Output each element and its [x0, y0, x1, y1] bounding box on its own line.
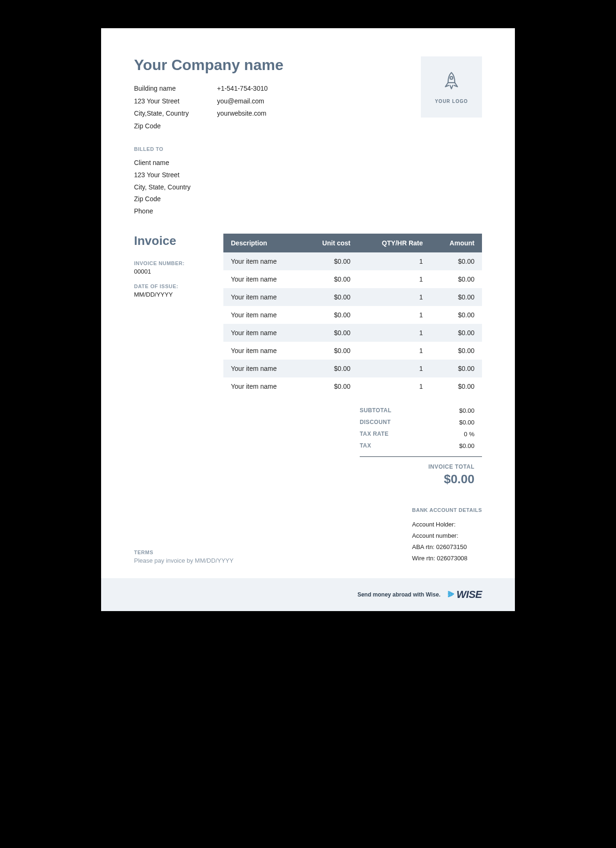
- billed-to-block: BILLED TO Client name 123 Your Street Ci…: [134, 144, 482, 218]
- table-row: Your item name$0.001$0.00: [223, 377, 482, 395]
- invoice-date: MM/DD/YYYY: [134, 291, 214, 298]
- company-name: Your Company name: [134, 56, 421, 74]
- cell-qty: 1: [358, 252, 430, 270]
- cell-amount: $0.00: [430, 306, 482, 324]
- logo-placeholder: YOUR LOGO: [421, 56, 482, 118]
- cell-desc: Your item name: [223, 324, 302, 342]
- billed-to-label: BILLED TO: [134, 144, 482, 154]
- address-street: 123 Your Street: [134, 95, 189, 108]
- wise-arrows-icon: ⫸: [447, 589, 454, 599]
- footer: Send money abroad with Wise. ⫸ WISE: [101, 578, 515, 611]
- cell-amount: $0.00: [430, 342, 482, 360]
- svg-point-0: [450, 76, 453, 79]
- invoice-number: 00001: [134, 268, 214, 275]
- invoice-title: Invoice: [134, 234, 214, 248]
- items-table: Description Unit cost QTY/HR Rate Amount…: [223, 234, 482, 395]
- client-phone: Phone: [134, 205, 482, 218]
- cell-unit: $0.00: [302, 360, 358, 377]
- table-row: Your item name$0.001$0.00: [223, 270, 482, 288]
- cell-qty: 1: [358, 306, 430, 324]
- address-city: City,State, Country: [134, 107, 189, 120]
- client-city: City, State, Country: [134, 181, 482, 194]
- company-address: Building name 123 Your Street City,State…: [134, 82, 189, 132]
- bank-label: BANK ACCOUNT DETAILS: [412, 505, 482, 515]
- footer-text: Send money abroad with Wise.: [357, 591, 441, 598]
- cell-qty: 1: [358, 270, 430, 288]
- client-name: Client name: [134, 157, 482, 169]
- header: Your Company name Building name 123 Your…: [134, 56, 482, 132]
- cell-desc: Your item name: [223, 270, 302, 288]
- address-building: Building name: [134, 82, 189, 95]
- cell-unit: $0.00: [302, 306, 358, 324]
- cell-amount: $0.00: [430, 270, 482, 288]
- contact-website: yourwebsite.com: [217, 107, 268, 120]
- cell-desc: Your item name: [223, 360, 302, 377]
- terms-block: TERMS Please pay invoice by MM/DD/YYYY: [134, 550, 234, 564]
- bank-details: BANK ACCOUNT DETAILS Account Holder: Acc…: [412, 505, 482, 564]
- company-contact: +1-541-754-3010 you@email.com yourwebsit…: [217, 82, 268, 132]
- subtotal-value: $0.00: [459, 407, 474, 414]
- contact-phone: +1-541-754-3010: [217, 82, 268, 95]
- cell-desc: Your item name: [223, 306, 302, 324]
- col-unit-cost: Unit cost: [302, 234, 358, 252]
- table-row: Your item name$0.001$0.00: [223, 288, 482, 306]
- bank-number: Account number:: [412, 530, 482, 542]
- cell-qty: 1: [358, 377, 430, 395]
- taxrate-label: TAX RATE: [360, 431, 388, 438]
- cell-unit: $0.00: [302, 342, 358, 360]
- invoice-total-value: $0.00: [444, 472, 474, 486]
- bank-holder: Account Holder:: [412, 519, 482, 530]
- discount-label: DISCOUNT: [360, 419, 391, 426]
- tax-value: $0.00: [459, 442, 474, 449]
- col-amount: Amount: [430, 234, 482, 252]
- discount-value: $0.00: [459, 419, 474, 426]
- contact-email: you@email.com: [217, 95, 268, 108]
- taxrate-value: 0 %: [464, 431, 474, 438]
- wise-logo: ⫸ WISE: [447, 589, 482, 601]
- table-row: Your item name$0.001$0.00: [223, 306, 482, 324]
- client-zip: Zip Code: [134, 193, 482, 205]
- tax-label: TAX: [360, 442, 371, 449]
- table-row: Your item name$0.001$0.00: [223, 324, 482, 342]
- bank-wire: Wire rtn: 026073008: [412, 553, 482, 564]
- subtotal-label: SUBTOTAL: [360, 407, 391, 414]
- client-street: 123 Your Street: [134, 169, 482, 181]
- cell-unit: $0.00: [302, 324, 358, 342]
- address-zip: Zip Code: [134, 120, 189, 133]
- invoice-page: Your Company name Building name 123 Your…: [101, 28, 515, 611]
- terms-text: Please pay invoice by MM/DD/YYYY: [134, 557, 234, 564]
- col-description: Description: [223, 234, 302, 252]
- cell-qty: 1: [358, 324, 430, 342]
- cell-unit: $0.00: [302, 270, 358, 288]
- wise-brand-text: WISE: [457, 589, 482, 601]
- cell-desc: Your item name: [223, 342, 302, 360]
- invoice-total-label: INVOICE TOTAL: [360, 463, 474, 470]
- cell-qty: 1: [358, 342, 430, 360]
- cell-unit: $0.00: [302, 252, 358, 270]
- col-qty: QTY/HR Rate: [358, 234, 430, 252]
- cell-amount: $0.00: [430, 252, 482, 270]
- cell-desc: Your item name: [223, 377, 302, 395]
- cell-unit: $0.00: [302, 288, 358, 306]
- table-row: Your item name$0.001$0.00: [223, 342, 482, 360]
- cell-amount: $0.00: [430, 288, 482, 306]
- invoice-meta: Invoice INVOICE NUMBER: 00001 DATE OF IS…: [134, 234, 214, 306]
- invoice-number-label: INVOICE NUMBER:: [134, 260, 214, 266]
- bank-aba: ABA rtn: 026073150: [412, 542, 482, 553]
- cell-unit: $0.00: [302, 377, 358, 395]
- cell-amount: $0.00: [430, 324, 482, 342]
- cell-amount: $0.00: [430, 377, 482, 395]
- table-row: Your item name$0.001$0.00: [223, 252, 482, 270]
- rocket-icon: [441, 71, 462, 94]
- terms-label: TERMS: [134, 550, 234, 555]
- totals-block: SUBTOTAL $0.00 DISCOUNT $0.00 TAX RATE 0…: [223, 405, 482, 487]
- invoice-date-label: DATE OF ISSUE:: [134, 283, 214, 289]
- table-row: Your item name$0.001$0.00: [223, 360, 482, 377]
- cell-desc: Your item name: [223, 288, 302, 306]
- cell-desc: Your item name: [223, 252, 302, 270]
- cell-qty: 1: [358, 288, 430, 306]
- cell-qty: 1: [358, 360, 430, 377]
- cell-amount: $0.00: [430, 360, 482, 377]
- logo-label: YOUR LOGO: [435, 99, 468, 104]
